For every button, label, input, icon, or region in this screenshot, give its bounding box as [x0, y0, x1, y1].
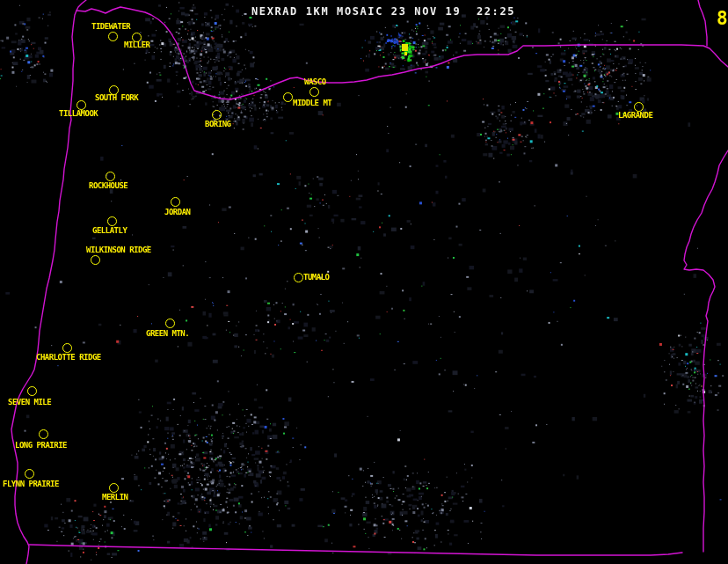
station-circle-icon[interactable] [108, 32, 118, 41]
station-circle-icon[interactable] [106, 172, 115, 181]
station-label: TUMALO [303, 274, 330, 282]
station-circle-icon[interactable] [294, 273, 303, 282]
station-label: GELLATLY [92, 227, 127, 235]
station-label: LAGRANDE [618, 112, 652, 120]
station-label: SEVEN MILE [8, 399, 51, 407]
station-label: SOUTH FORK [95, 94, 138, 102]
station-circle-icon[interactable] [91, 255, 100, 265]
station-circle-icon[interactable] [76, 100, 86, 110]
station-label: CHARLOTTE RIDGE [36, 354, 101, 362]
northeast-border-entry [698, 0, 707, 46]
state-borders-map [0, 0, 728, 564]
east-border-snake [684, 150, 728, 552]
station-label: BORING [205, 121, 231, 128]
station-circle-icon[interactable] [107, 216, 117, 226]
radar-display: TIDEWATERMILLERSOUTH FORKTILLAMOOKWASCOM… [0, 0, 728, 564]
station-label: GREEN MTN. [146, 330, 189, 338]
station-label: TILLAMOOK [59, 110, 98, 118]
mosaic-title: NEXRAD 1KM MOSAIC 23 NOV 19 22:25 [251, 5, 515, 18]
station-circle-icon[interactable] [27, 386, 37, 396]
station-circle-icon[interactable] [283, 92, 293, 102]
station-label: MIDDLE MT [293, 99, 331, 107]
station-circle-icon[interactable] [25, 469, 34, 479]
station-label: ROCKHOUSE [89, 182, 127, 190]
station-circle-icon[interactable] [165, 319, 175, 328]
station-label: WASCO [304, 78, 326, 86]
south-border-42nd [29, 545, 682, 555]
station-circle-icon[interactable] [212, 110, 222, 120]
north-border-columbia [76, 7, 728, 99]
station-label: WILKINSON RIDGE [86, 246, 151, 254]
station-label: MILLER [124, 41, 150, 49]
edge-label-8: 8 [717, 10, 728, 28]
station-circle-icon[interactable] [634, 102, 644, 112]
station-label: MERLIN [102, 494, 128, 502]
station-label: LONG PRAIRIE [15, 442, 67, 450]
station-label: JORDAN [164, 209, 191, 216]
station-label: TIDEWATER [91, 23, 130, 31]
station-circle-icon[interactable] [171, 197, 180, 207]
station-circle-icon[interactable] [309, 87, 319, 97]
station-circle-icon[interactable] [62, 343, 72, 353]
station-label: FLYNN PRAIRIE [3, 480, 59, 488]
station-circle-icon[interactable] [39, 429, 48, 439]
station-circle-icon[interactable] [109, 483, 119, 493]
